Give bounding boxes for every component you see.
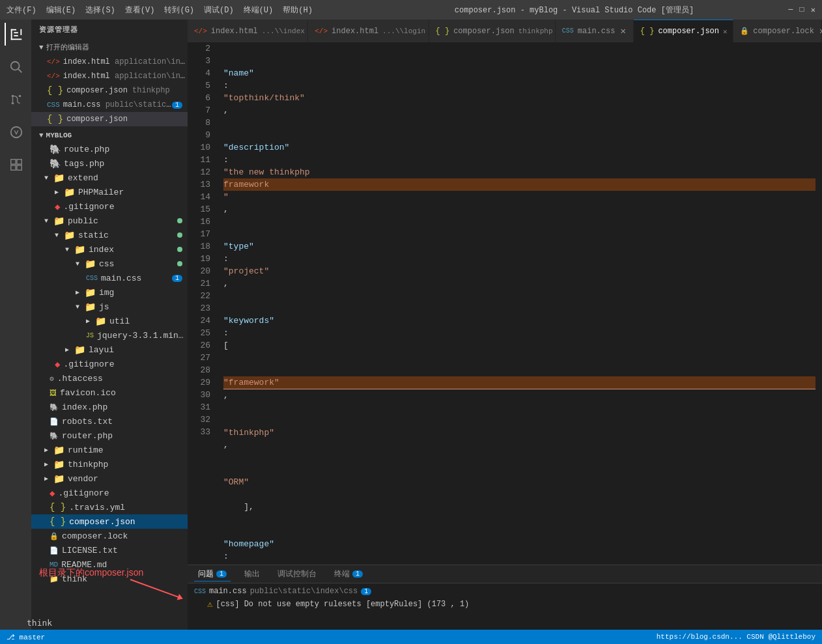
- txt-icon-2: 📄: [50, 546, 59, 555]
- code-editor[interactable]: 2 3 4 5 6 7 8 9 10 11 12 13 14 15 16 17: [188, 42, 822, 565]
- lock-icon: 🔒: [50, 532, 59, 540]
- folder-phpmailer[interactable]: ▶ 📁 PHPMailer: [31, 185, 188, 199]
- svg-point-8: [12, 94, 14, 97]
- file-main-css[interactable]: CSS main.css 1: [31, 271, 188, 285]
- folder-img[interactable]: ▶ 📁 img: [31, 285, 188, 300]
- tab-close-6[interactable]: ✕: [819, 25, 822, 36]
- menu-select[interactable]: 选择(S): [85, 5, 115, 16]
- readme-label: README.md: [61, 560, 188, 570]
- activity-explorer[interactable]: [5, 23, 27, 46]
- file-jquery[interactable]: JS jquery-3.3.1.min.js: [31, 328, 188, 343]
- html-icon: </>: [47, 58, 60, 66]
- folder-vendor[interactable]: ▶ 📁 vendor: [31, 471, 188, 486]
- activity-search[interactable]: [5, 55, 27, 78]
- activity-debug[interactable]: [5, 120, 27, 143]
- menu-goto[interactable]: 转到(G): [164, 5, 194, 16]
- menu-bar[interactable]: 文件(F) 编辑(E) 选择(S) 查看(V) 转到(G) 调试(D) 终端(U…: [7, 5, 385, 16]
- open-editors-arrow: ▼: [39, 44, 44, 51]
- file-license[interactable]: 📄 LICENSE.txt: [31, 543, 188, 557]
- tab-composer-lock[interactable]: 🔒 composer.lock ✕: [733, 20, 822, 42]
- menu-file[interactable]: 文件(F): [7, 5, 36, 16]
- file-think[interactable]: 📁 think: [31, 572, 188, 586]
- file-favicon[interactable]: 🖼 favicon.ico: [31, 385, 188, 400]
- tab-index-html-1[interactable]: </> index.html ...\\index ✕: [188, 20, 308, 42]
- menu-help[interactable]: 帮助(H): [283, 5, 313, 16]
- folder-index-static[interactable]: ▼ 📁 index: [31, 242, 188, 257]
- folder-icon-js: 📁: [85, 301, 96, 313]
- menu-edit[interactable]: 编辑(E): [46, 5, 76, 16]
- open-editor-main-css[interactable]: CSS main.css public\static\index\... 1: [31, 98, 188, 112]
- md-icon: MD: [50, 561, 58, 568]
- tab-sub-5: ✕: [723, 27, 728, 36]
- file-composer-lock[interactable]: 🔒 composer.lock: [31, 529, 188, 543]
- folder-js[interactable]: ▼ 📁 js: [31, 300, 188, 314]
- file-htaccess[interactable]: ⚙ .htaccess: [31, 371, 188, 385]
- folder-css[interactable]: ▼ 📁 css: [31, 257, 188, 271]
- myblog-section[interactable]: ▼ MYBLOG: [31, 129, 188, 142]
- window-title: composer.json - myBlog - Visual Studio C…: [385, 5, 763, 16]
- folder-runtime[interactable]: ▶ 📁 runtime: [31, 443, 188, 457]
- close-button[interactable]: ✕: [811, 5, 815, 15]
- svg-rect-13: [11, 159, 16, 163]
- panel-tab-problems[interactable]: 问题 1: [194, 567, 231, 581]
- gitignore-label: .gitignore: [63, 202, 188, 212]
- public-label: public: [68, 216, 177, 226]
- folder-public[interactable]: ▼ 📁 public: [31, 214, 188, 228]
- file-composer-json-root[interactable]: { } composer.json: [31, 514, 188, 529]
- tab-index-html-2[interactable]: </> index.html ...\\login ✕: [308, 20, 429, 42]
- panel-tab-debug[interactable]: 调试控制台: [274, 567, 320, 581]
- minimize-button[interactable]: ─: [788, 5, 793, 15]
- folder-extend[interactable]: ▼ 📁 extend: [31, 171, 188, 185]
- panel-tab-terminal[interactable]: 终端 1: [330, 567, 367, 581]
- layui-label: layui: [89, 345, 188, 355]
- folder-arrow-index: ▼: [65, 246, 74, 253]
- menu-terminal[interactable]: 终端(U): [244, 5, 274, 16]
- tab-composer-root[interactable]: { } composer.json ✕ ✕: [634, 20, 734, 42]
- open-editor-index-html-1[interactable]: </> index.html application\index\view...: [31, 55, 188, 69]
- menu-view[interactable]: 查看(V): [125, 5, 155, 16]
- open-editors-section[interactable]: ▼ 打开的编辑器: [31, 40, 188, 55]
- line-numbers: 2 3 4 5 6 7 8 9 10 11 12 13 14 15 16 17: [188, 42, 217, 565]
- svg-line-7: [18, 69, 21, 72]
- folder-icon-think: 📁: [50, 575, 59, 583]
- open-editor-index-html-2[interactable]: </> index.html application\index\view...: [31, 69, 188, 83]
- panel-tab-output[interactable]: 输出: [240, 567, 264, 581]
- code-content[interactable]: "name": "topthink/think", "description":…: [217, 42, 822, 565]
- file-router[interactable]: 🐘 router.php: [31, 428, 188, 443]
- gitignore-public-label: .gitignore: [63, 359, 188, 369]
- svg-rect-4: [14, 32, 18, 33]
- open-editor-composer-json-active[interactable]: { } composer.json: [31, 112, 188, 126]
- file-gitignore-public[interactable]: ◆ .gitignore: [31, 357, 188, 371]
- file-travis[interactable]: { } .travis.yml: [31, 500, 188, 514]
- file-tags-php[interactable]: 🐘 tags.php: [31, 156, 188, 171]
- terminal-badge: 1: [352, 570, 363, 578]
- file-route-php[interactable]: 🐘 route.php: [31, 142, 188, 156]
- folder-layui[interactable]: ▶ 📁 layui: [31, 343, 188, 357]
- file-readme[interactable]: MD README.md: [31, 557, 188, 572]
- tags-label: tags.php: [64, 159, 188, 169]
- tab-composer-thinkphp[interactable]: { } composer.json thinkphp ✕: [429, 20, 556, 42]
- folder-util[interactable]: ▶ 📁 util: [31, 314, 188, 328]
- activity-extensions[interactable]: [5, 153, 27, 176]
- file-gitignore-extend[interactable]: ◆ .gitignore: [31, 199, 188, 214]
- open-editor-composer-json-thinkphp[interactable]: { } composer.json thinkphp: [31, 83, 188, 98]
- file-index-php[interactable]: 🐘 index.php: [31, 400, 188, 414]
- ico-icon: 🖼: [50, 389, 57, 397]
- txt-icon: 📄: [50, 417, 59, 426]
- folder-arrow-pm: ▶: [55, 188, 64, 196]
- dot-index: [177, 247, 182, 252]
- index-static-label: index: [89, 245, 177, 255]
- folder-static[interactable]: ▼ 📁 static: [31, 228, 188, 242]
- svg-rect-16: [17, 165, 21, 169]
- file-robots[interactable]: 📄 robots.txt: [31, 414, 188, 428]
- index-php-label: index.php: [62, 402, 188, 412]
- tab-json-icon-1: { }: [436, 27, 450, 36]
- maximize-button[interactable]: □: [800, 5, 804, 15]
- file-gitignore-root[interactable]: ◆ .gitignore: [31, 486, 188, 500]
- util-label: util: [109, 316, 188, 326]
- folder-thinkphp[interactable]: ▶ 📁 thinkphp: [31, 457, 188, 471]
- menu-debug[interactable]: 调试(D): [204, 5, 234, 16]
- tab-close-4[interactable]: ✕: [620, 25, 625, 36]
- activity-git[interactable]: [5, 88, 27, 111]
- tab-main-css[interactable]: CSS main.css ✕: [556, 20, 634, 42]
